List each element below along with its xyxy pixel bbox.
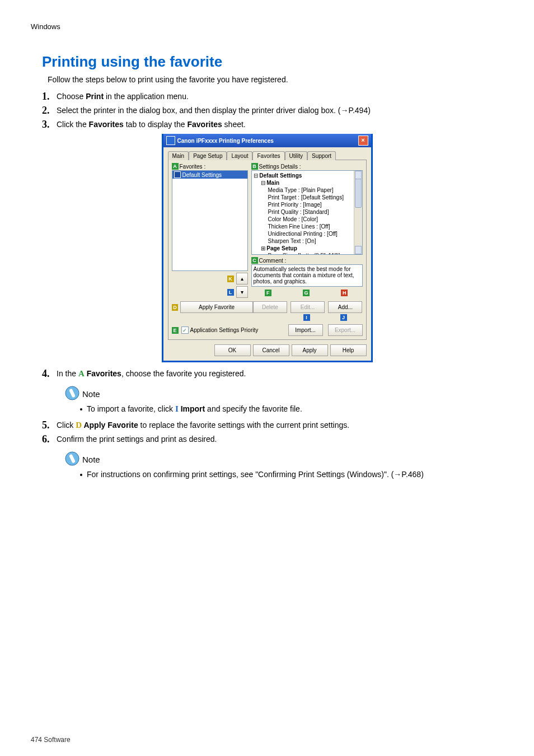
tree-root: Default Settings bbox=[259, 172, 302, 179]
edit-button: Edit... bbox=[291, 301, 325, 313]
key-a: A bbox=[172, 163, 179, 170]
key-j: J bbox=[340, 314, 347, 321]
note-block-1: Note To import a favorite, click I Impor… bbox=[64, 385, 503, 414]
apply-favorite-button[interactable]: Apply Favorite bbox=[180, 301, 252, 313]
help-button[interactable]: Help bbox=[330, 344, 367, 356]
tab-main[interactable]: Main bbox=[168, 151, 189, 160]
text: For instructions on confirming print set… bbox=[87, 470, 424, 479]
text: sheet. bbox=[222, 120, 246, 129]
text: to replace the favorite settings with th… bbox=[138, 421, 349, 430]
text: Click bbox=[57, 421, 76, 430]
label-app-priority: Application Settings Priority bbox=[190, 327, 259, 333]
key-i: I bbox=[303, 314, 310, 321]
text: Click the bbox=[57, 120, 89, 129]
tree-item: Color Mode : [Color] bbox=[268, 216, 360, 223]
key-f: F bbox=[265, 290, 271, 296]
key-b: B bbox=[251, 163, 258, 170]
app-priority-checkbox[interactable]: ✓ bbox=[181, 326, 189, 334]
tab-page-setup[interactable]: Page Setup bbox=[189, 151, 227, 160]
step-number: 4. bbox=[42, 368, 57, 380]
text: To import a favorite, click bbox=[87, 404, 175, 413]
step-number: 1. bbox=[42, 91, 57, 102]
text-bold: Favorites bbox=[85, 369, 121, 378]
label-favorites: Favorites : bbox=[180, 164, 206, 170]
text-bold: Apply Favorite bbox=[82, 421, 138, 430]
favorites-item-label: Default Settings bbox=[182, 172, 222, 178]
step-5: 5. Click D Apply Favorite to replace the… bbox=[42, 419, 503, 431]
header-section-label: Windows bbox=[31, 22, 503, 31]
key-l: L bbox=[227, 289, 234, 296]
ok-button[interactable]: OK bbox=[214, 344, 251, 356]
tab-utility[interactable]: Utility bbox=[285, 151, 307, 160]
key-e: E bbox=[172, 327, 179, 334]
favorites-listbox[interactable]: Default Settings bbox=[172, 170, 248, 271]
delete-button: Delete bbox=[253, 301, 287, 313]
step-number: 5. bbox=[42, 419, 57, 431]
tree-item: Thicken Fine Lines : [Off] bbox=[268, 223, 360, 230]
import-button[interactable]: Import... bbox=[288, 324, 323, 336]
step-3: 3. Click the Favorites tab to display th… bbox=[42, 119, 503, 130]
key-g: G bbox=[303, 290, 310, 296]
step-number: 3. bbox=[42, 119, 57, 130]
tree-main: Main bbox=[266, 180, 279, 186]
text: Choose bbox=[57, 92, 86, 101]
text-bold: Favorites bbox=[89, 120, 124, 129]
label-settings-details: Settings Details : bbox=[259, 164, 301, 170]
note-block-2: Note For instructions on confirming prin… bbox=[64, 451, 503, 479]
note-label: Note bbox=[82, 455, 100, 464]
dialog-printing-preferences: Canon iPFxxxx Printing Preferences × Mai… bbox=[162, 134, 373, 362]
label-comment: Comment : bbox=[259, 258, 287, 264]
callout-key-d: D bbox=[76, 421, 82, 430]
move-up-button[interactable]: ▴ bbox=[236, 273, 248, 284]
step-2: 2. Select the printer in the dialog box,… bbox=[42, 105, 503, 116]
note-label: Note bbox=[82, 389, 100, 399]
dialog-titlebar[interactable]: Canon iPFxxxx Printing Preferences × bbox=[163, 134, 371, 147]
document-icon bbox=[174, 171, 181, 178]
section-intro: Follow the steps below to print using th… bbox=[48, 75, 486, 84]
note-icon bbox=[64, 451, 80, 466]
text: In the bbox=[57, 369, 78, 378]
tab-favorites[interactable]: Favorites bbox=[252, 151, 284, 160]
step-number: 6. bbox=[42, 433, 57, 445]
step-4: 4. In the A Favorites, choose the favori… bbox=[42, 368, 503, 380]
tab-layout[interactable]: Layout bbox=[227, 151, 252, 160]
tab-support[interactable]: Support bbox=[307, 151, 336, 160]
step-1: 1. Choose Print in the application menu. bbox=[42, 91, 503, 102]
favorites-item-selected[interactable]: Default Settings bbox=[172, 171, 247, 179]
text-bold: Print bbox=[86, 92, 104, 101]
settings-tree[interactable]: ⊟ Default Settings ⊟ Main Media Type : [… bbox=[251, 170, 363, 255]
note-icon bbox=[64, 385, 80, 401]
tree-item: Media Type : [Plain Paper] bbox=[268, 186, 360, 194]
callout-key-a: A bbox=[78, 369, 85, 378]
text: tab to display the bbox=[124, 120, 188, 129]
close-icon[interactable]: × bbox=[358, 136, 368, 146]
step-number: 2. bbox=[42, 105, 57, 116]
dialog-title: Canon iPFxxxx Printing Preferences bbox=[177, 138, 274, 144]
section-title: Printing using the favorite bbox=[42, 53, 492, 71]
tree-item: Page Size : [Letter(8.5"x11")] bbox=[268, 252, 360, 255]
key-c: C bbox=[251, 257, 258, 264]
key-k: K bbox=[227, 276, 234, 282]
tree-item: Print Priority : [Image] bbox=[268, 201, 360, 208]
tree-item: Unidirectional Printing : [Off] bbox=[268, 230, 360, 237]
move-down-button[interactable]: ▾ bbox=[236, 286, 248, 298]
tree-item: Print Quality : [Standard] bbox=[268, 208, 360, 216]
text: in the application menu. bbox=[104, 92, 189, 101]
step-text: Confirm the print settings and print as … bbox=[57, 433, 217, 444]
app-icon bbox=[166, 136, 175, 145]
comment-textbox: Automatically selects the best mode for … bbox=[251, 264, 363, 287]
add-button[interactable]: Add... bbox=[328, 301, 362, 313]
export-button: Export... bbox=[328, 324, 363, 336]
key-d: D bbox=[172, 304, 179, 311]
cancel-button[interactable]: Cancel bbox=[253, 344, 289, 356]
apply-button[interactable]: Apply bbox=[292, 344, 328, 356]
key-h: H bbox=[341, 290, 348, 296]
tree-item: Print Target : [Default Settings] bbox=[268, 194, 360, 201]
note-bullet: To import a favorite, click I Import and… bbox=[80, 404, 503, 414]
step-6: 6. Confirm the print settings and print … bbox=[42, 433, 503, 445]
text-bold: Favorites bbox=[187, 120, 222, 129]
scrollbar[interactable] bbox=[354, 171, 362, 254]
tab-strip: Main Page Setup Layout Favorites Utility… bbox=[168, 151, 367, 160]
step-text: Select the printer in the dialog box, an… bbox=[57, 105, 371, 115]
note-bullet: For instructions on confirming print set… bbox=[80, 470, 503, 479]
